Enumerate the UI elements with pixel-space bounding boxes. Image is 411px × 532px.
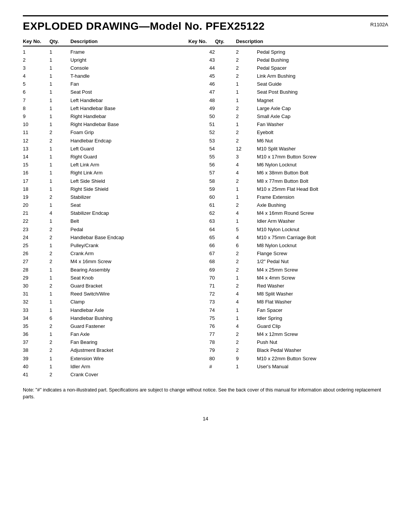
cell-qty: 2 [236,178,257,185]
table-row: 66 6 M8 Nylon Locknut [209,242,388,250]
cell-desc: Right Side Shield [70,186,173,193]
cell-qty: 1 [49,81,70,88]
table-row: 8 1 Left Handlebar Base [23,104,202,112]
cell-qty: 5 [236,226,257,233]
table-row: 16 1 Right Link Arm [23,169,202,177]
cell-desc: Seat Guide [257,81,360,88]
cell-qty: 2 [49,234,70,241]
table-header: Key No. Qty. Description Key No. Qty. De… [23,38,388,46]
cell-keyno: 76 [209,323,236,330]
table-row: 43 2 Pedal Bushing [209,56,388,64]
cell-keyno: 68 [209,258,236,265]
cell-keyno: 28 [23,267,49,273]
cell-qty: 2 [49,137,70,144]
table-row: 40 1 Idler Arm [23,363,202,371]
cell-qty: 1 [49,161,70,168]
cell-keyno: 11 [23,129,49,136]
cell-keyno: 43 [209,57,236,64]
cell-keyno: 41 [23,371,49,378]
cell-qty: 2 [49,129,70,136]
cell-qty: 9 [236,355,257,362]
cell-desc: User's Manual [257,363,360,370]
cell-keyno: 38 [23,347,49,354]
table-row: 41 2 Crank Cover [23,371,202,379]
table-row: 22 1 Belt [23,217,202,225]
cell-qty: 3 [236,153,257,160]
cell-desc: Right Handlebar [70,113,173,120]
cell-keyno: 69 [209,267,236,273]
cell-desc: M8 Flat Washer [257,299,360,305]
cell-qty: 1 [236,81,257,88]
cell-qty: 2 [236,202,257,209]
cell-keyno: 74 [209,307,236,314]
cell-desc: Fan Bearing [70,339,173,346]
cell-qty: 1 [49,186,70,193]
cell-keyno: # [209,363,236,370]
cell-qty: 4 [236,210,257,217]
table-row: 63 1 Idler Arm Washer [209,217,388,225]
cell-desc: Fan [70,81,173,88]
table-row: 59 1 M10 x 25mm Flat Head Bolt [209,185,388,193]
cell-keyno: 19 [23,194,49,201]
table-row: 76 4 Guard Clip [209,322,388,330]
cell-desc: Handlebar Bushing [70,315,173,322]
cell-keyno: 42 [209,49,236,56]
cell-desc: Fan Axle [70,331,173,338]
cell-desc: Magnet [257,97,360,104]
col-header-qty: Qty. [49,38,70,44]
cell-desc: Black Pedal Washer [257,347,360,354]
cell-qty: 1 [49,49,70,56]
cell-qty: 1 [49,145,70,152]
cell-keyno: 61 [209,202,236,209]
cell-qty: 4 [236,291,257,297]
cell-desc: Pedal Bushing [257,57,360,64]
table-row: 1 1 Frame [23,48,202,56]
cell-keyno: 75 [209,315,236,322]
table-row: # 1 User's Manual [209,363,388,371]
cell-desc: Left Handlebar Base [70,105,173,112]
cell-keyno: 21 [23,210,49,217]
table-row: 54 12 M10 Split Washer [209,145,388,153]
table-row: 49 2 Large Axle Cap [209,104,388,112]
cell-desc: M4 x 16mm Screw [70,258,173,265]
cell-qty: 2 [236,283,257,289]
cell-desc: M10 x 25mm Flat Head Bolt [257,186,360,193]
cell-qty: 1 [236,97,257,104]
cell-desc: Idler Spring [257,315,360,322]
cell-keyno: 77 [209,331,236,338]
cell-keyno: 1 [23,49,49,56]
table-row: 62 4 M4 x 16mm Round Screw [209,209,388,217]
cell-keyno: 57 [209,169,236,176]
col-header-keyno-right: Key No. [188,38,215,44]
table-row: 50 2 Small Axle Cap [209,113,388,121]
cell-keyno: 10 [23,121,49,128]
cell-qty: 1 [49,89,70,96]
cell-qty: 2 [236,137,257,144]
cell-keyno: 39 [23,355,49,362]
cell-desc: M4 x 25mm Screw [257,267,360,273]
table-row: 36 1 Fan Axle [23,331,202,339]
cell-qty: 1 [49,299,70,305]
cell-qty: 1 [49,267,70,273]
cell-desc: Guard Bracket [70,283,173,289]
cell-qty: 1 [236,218,257,225]
cell-keyno: 71 [209,283,236,289]
cell-desc: Handlebar Base Endcap [70,234,173,241]
cell-qty: 4 [236,169,257,176]
cell-desc: M10 x 75mm Carriage Bolt [257,234,360,241]
cell-desc: Link Arm Bushing [257,73,360,80]
table-row: 17 1 Left Side Shield [23,177,202,185]
cell-keyno: 7 [23,97,49,104]
table-row: 78 2 Push Nut [209,339,388,347]
cell-desc: M4 x 12mm Screw [257,331,360,338]
table-row: 33 1 Handlebar Axle [23,306,202,314]
table-row: 23 2 Pedal [23,225,202,233]
cell-qty: 1 [49,105,70,112]
table-row: 71 2 Red Washer [209,282,388,290]
table-row: 75 1 Idler Spring [209,314,388,322]
cell-keyno: 40 [23,363,49,370]
table-row: 28 1 Bearing Assembly [23,266,202,274]
cell-keyno: 66 [209,242,236,249]
table-row: 6 1 Seat Post [23,88,202,96]
cell-desc: Crank Cover [70,371,173,378]
